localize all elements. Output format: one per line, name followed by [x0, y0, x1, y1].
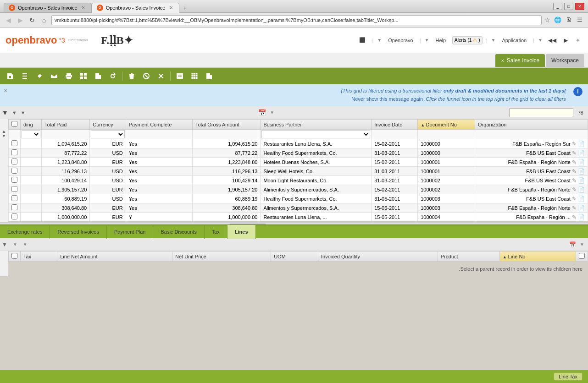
menu-icon[interactable]: ☰: [575, 16, 584, 25]
tab-lines[interactable]: Lines: [227, 225, 256, 239]
cut-button[interactable]: [18, 70, 31, 82]
export-button[interactable]: [203, 70, 216, 82]
row-checkbox-5[interactable]: [11, 177, 17, 183]
sub-header-checkbox[interactable]: [11, 253, 17, 259]
sub-col-line-no[interactable]: Line No: [500, 252, 576, 262]
nav-prev-icon[interactable]: ◀◀: [548, 37, 556, 44]
edit-icon-2[interactable]: ✎: [572, 150, 577, 156]
application-button[interactable]: Application: [499, 37, 529, 44]
sub-filter-arrow[interactable]: ▼: [13, 242, 17, 247]
nav-next-icon[interactable]: ▶: [564, 37, 568, 44]
scroll-down-arrow[interactable]: ▼: [2, 134, 6, 138]
browser-tab-1[interactable]: O Openbravo - Sales Invoice ×: [4, 3, 92, 13]
doc-icon-9[interactable]: 📄: [578, 214, 585, 220]
sub-calendar-btn[interactable]: 📅: [569, 241, 576, 248]
col-header-ding[interactable]: ding: [21, 120, 42, 130]
tab-close-2[interactable]: ×: [168, 5, 174, 11]
alerts-badge[interactable]: Alerts (1 ⚠ ): [452, 36, 483, 44]
tab-payment-plan[interactable]: Payment Plan: [107, 225, 153, 239]
address-bar[interactable]: vmkubuntu:8880/pi-picking/#%7Bst:1,bm:%5…: [51, 15, 542, 25]
dropdown-grid-arrow[interactable]: ▼: [270, 110, 274, 115]
filter-select-partner[interactable]: [261, 130, 370, 138]
edit-icon-4[interactable]: ✎: [572, 168, 577, 175]
edit-icon-7[interactable]: ✎: [572, 196, 577, 202]
doc-icon-7[interactable]: 📄: [578, 196, 585, 202]
sub-col-net-unit[interactable]: Net Unit Price: [172, 252, 271, 262]
attachment-button[interactable]: [92, 70, 105, 82]
refresh-button[interactable]: [106, 70, 119, 82]
row-checkbox-7[interactable]: [11, 195, 17, 201]
grid-view-button[interactable]: [188, 70, 201, 82]
dropdown-arrow4[interactable]: ▼: [538, 38, 543, 43]
filter-icon[interactable]: ▼: [2, 109, 8, 116]
sub-filter-icon[interactable]: ▼: [2, 241, 7, 248]
doc-icon-2[interactable]: 📄: [578, 150, 585, 156]
row-checkbox-9[interactable]: [11, 213, 17, 219]
close-button[interactable]: ✕: [575, 3, 584, 10]
sub-filter-arrow2[interactable]: ▼: [23, 242, 28, 247]
tab-sales-invoice[interactable]: × Sales Invoice: [495, 54, 545, 67]
line-tax-button[interactable]: Line Tax: [554, 372, 582, 381]
col-header-currency[interactable]: Currency: [90, 120, 126, 130]
col-header-invoice-date[interactable]: Invoice Date: [372, 120, 418, 130]
sub-col-uom[interactable]: UOM: [271, 252, 318, 262]
sub-col-inv-qty[interactable]: Invoiced Quantity: [318, 252, 438, 262]
edit-icon-8[interactable]: ✎: [572, 205, 577, 211]
edit-icon-9[interactable]: ✎: [572, 214, 577, 220]
doc-icon-6[interactable]: 📄: [578, 186, 585, 193]
tab-tax[interactable]: Tax: [205, 225, 227, 239]
sub-end-checkbox[interactable]: [579, 253, 585, 259]
new-tab-button[interactable]: +: [179, 3, 190, 13]
bookmark-button[interactable]: ☆: [544, 16, 550, 24]
never-show-link[interactable]: Never show this message again: [351, 96, 423, 102]
grid-search-input[interactable]: [509, 108, 573, 117]
star-fav-icon[interactable]: ✦: [575, 37, 581, 44]
main-horiz-scrollbar[interactable]: [0, 222, 588, 224]
col-header-payment-complete[interactable]: Payment Complete: [126, 120, 192, 130]
forward-button[interactable]: ▶: [16, 16, 25, 25]
close-form-button[interactable]: [155, 70, 167, 82]
delete-button[interactable]: [125, 70, 138, 82]
row-checkbox-6[interactable]: [11, 186, 17, 192]
col-header-total-paid[interactable]: Total Paid: [42, 120, 90, 130]
calendar-button[interactable]: 📅: [258, 109, 266, 116]
browser-tab-2[interactable]: O Openbravo - Sales Invoice ×: [92, 3, 180, 13]
col-header-total-gross[interactable]: Total Gross Amount: [192, 120, 260, 130]
col-header-organization[interactable]: Organization: [475, 120, 588, 130]
view-button[interactable]: [77, 70, 90, 82]
edit-icon-1[interactable]: ✎: [572, 141, 577, 147]
row-checkbox-8[interactable]: [11, 204, 17, 210]
doc-icon-8[interactable]: 📄: [578, 205, 585, 211]
form-view-button[interactable]: [173, 70, 186, 82]
edit-icon-6[interactable]: ✎: [572, 186, 577, 193]
tab-close-1[interactable]: ×: [80, 5, 87, 11]
save-button[interactable]: [4, 70, 17, 82]
row-checkbox-4[interactable]: [11, 168, 17, 174]
menu-arrow-button[interactable]: ⬛: [356, 36, 368, 44]
filter-notice-close[interactable]: ×: [4, 87, 7, 94]
header-checkbox[interactable]: [11, 121, 17, 127]
row-checkbox-2[interactable]: [11, 149, 17, 155]
dropdown-arrow2[interactable]: ▼: [425, 38, 429, 43]
edit-icon-3[interactable]: ✎: [572, 159, 577, 165]
sub-col-product[interactable]: Product: [438, 252, 499, 262]
openbravo-button[interactable]: Openbravo: [385, 37, 416, 44]
col-header-business-partner[interactable]: Business Partner: [261, 120, 372, 130]
scroll-thumb[interactable]: [229, 224, 266, 225]
print-button[interactable]: [62, 70, 75, 82]
help-button[interactable]: Help: [433, 37, 449, 44]
dropdown-arrow[interactable]: ▼: [377, 38, 382, 43]
doc-icon-3[interactable]: 📄: [578, 159, 585, 165]
sub-dropdown-arrow[interactable]: ▼: [580, 242, 584, 247]
doc-icon-1[interactable]: 📄: [578, 141, 585, 147]
row-checkbox-1[interactable]: [11, 140, 17, 146]
edit-icon-5[interactable]: ✎: [572, 177, 577, 184]
maximize-button[interactable]: □: [564, 3, 573, 10]
filter-select-ding[interactable]: [22, 130, 40, 138]
tab-exchange-rates[interactable]: Exchange rates: [0, 225, 50, 239]
tab-workspace[interactable]: Workspace: [546, 54, 584, 67]
col-header-document-no[interactable]: Document No: [418, 120, 475, 130]
doc-icon-4[interactable]: 📄: [578, 168, 585, 175]
back-button[interactable]: ◀: [4, 16, 13, 25]
minimize-button[interactable]: _: [553, 3, 562, 10]
